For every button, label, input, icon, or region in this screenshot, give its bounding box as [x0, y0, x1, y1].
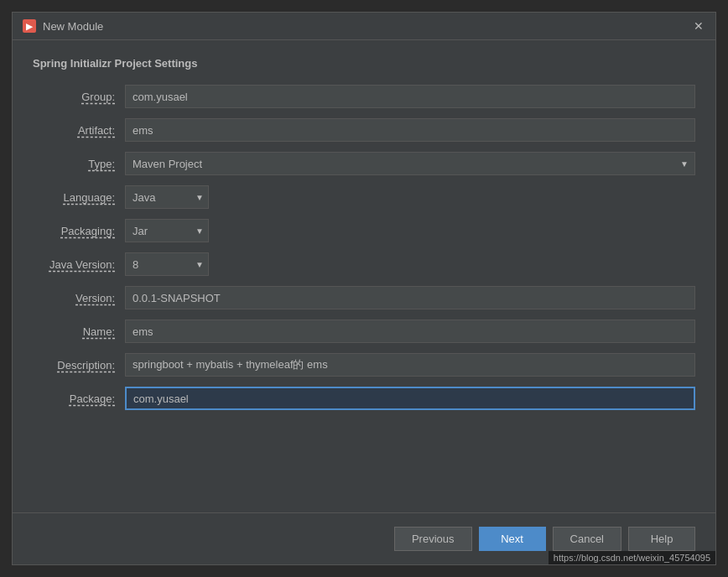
- packaging-select-wrap: Jar War ▼: [125, 219, 209, 242]
- language-select-wrap: Java Kotlin Groovy ▼: [125, 185, 209, 209]
- group-input[interactable]: [125, 85, 695, 108]
- language-label: Language:: [33, 191, 125, 204]
- description-row: Description:: [33, 353, 695, 377]
- java-version-select[interactable]: 8 11 17: [125, 252, 209, 276]
- package-label: Package:: [33, 392, 125, 405]
- package-row: Package:: [33, 387, 695, 410]
- close-button[interactable]: ✕: [692, 19, 705, 33]
- svg-text:▶: ▶: [26, 22, 34, 31]
- name-input[interactable]: [125, 320, 695, 343]
- language-row: Language: Java Kotlin Groovy ▼: [33, 185, 695, 209]
- description-input[interactable]: [125, 353, 695, 377]
- packaging-row: Packaging: Jar War ▼: [33, 219, 695, 242]
- type-select[interactable]: Maven Project: [125, 152, 695, 175]
- url-bar: https://blog.csdn.net/weixin_45754095: [549, 551, 715, 564]
- type-row: Type: Maven Project ▼: [33, 152, 695, 175]
- app-icon: ▶: [23, 19, 36, 33]
- packaging-label: Packaging:: [33, 225, 125, 237]
- titlebar-left: ▶ New Module: [23, 19, 103, 33]
- name-label: Name:: [33, 325, 125, 338]
- titlebar: ▶ New Module ✕: [13, 13, 715, 40]
- section-title: Spring Initializr Project Settings: [33, 57, 695, 70]
- type-select-wrap: Maven Project ▼: [125, 152, 695, 175]
- language-select[interactable]: Java Kotlin Groovy: [125, 185, 209, 209]
- cancel-button[interactable]: Cancel: [553, 527, 621, 551]
- java-version-label: Java Version:: [33, 258, 125, 271]
- form-content: Spring Initializr Project Settings Group…: [13, 40, 715, 512]
- type-label: Type:: [33, 158, 125, 170]
- next-button[interactable]: Next: [479, 527, 546, 551]
- group-row: Group:: [33, 85, 695, 108]
- package-input[interactable]: [125, 387, 695, 410]
- version-input[interactable]: [125, 286, 695, 309]
- artifact-label: Artifact:: [33, 124, 125, 137]
- java-version-select-wrap: 8 11 17 ▼: [125, 252, 209, 276]
- previous-button[interactable]: Previous: [394, 527, 472, 551]
- description-label: Description:: [33, 359, 125, 372]
- help-button[interactable]: Help: [628, 527, 695, 551]
- artifact-input[interactable]: [125, 118, 695, 142]
- name-row: Name:: [33, 320, 695, 343]
- packaging-select[interactable]: Jar War: [125, 219, 209, 242]
- dialog-title: New Module: [43, 20, 103, 33]
- group-label: Group:: [33, 91, 125, 103]
- version-label: Version:: [33, 292, 125, 304]
- artifact-row: Artifact:: [33, 118, 695, 142]
- version-row: Version:: [33, 286, 695, 309]
- java-version-row: Java Version: 8 11 17 ▼: [33, 252, 695, 276]
- new-module-dialog: ▶ New Module ✕ Spring Initializr Project…: [12, 12, 716, 565]
